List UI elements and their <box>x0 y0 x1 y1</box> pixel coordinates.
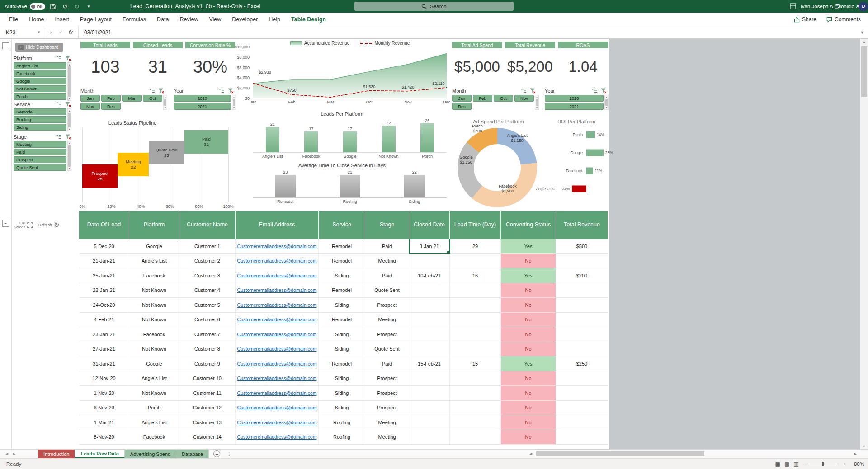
cell-total-revenue[interactable] <box>556 430 608 445</box>
zoom-slider-thumb[interactable] <box>822 462 824 466</box>
cell-total-revenue[interactable] <box>556 401 608 415</box>
ribbon-tab-developer[interactable]: Developer <box>226 13 263 26</box>
cell-date-of-lead[interactable]: 1-Mar-21 <box>79 415 129 430</box>
cell-total-revenue[interactable] <box>556 415 608 430</box>
cell-customer-name[interactable]: Customer 8 <box>179 342 236 356</box>
page-layout-view-icon[interactable]: ▤ <box>784 461 789 467</box>
full-screen-button[interactable]: Full Screen <box>14 221 33 229</box>
cell-email-address[interactable]: Customeremailaddress@domain.com <box>236 283 319 298</box>
cell-closed-date[interactable] <box>409 415 450 430</box>
cell-date-of-lead[interactable]: 31-Jan-21 <box>79 356 129 371</box>
cell-customer-name[interactable]: Customer 1 <box>179 239 236 253</box>
slicer-item-2020[interactable]: 2020 <box>174 95 231 102</box>
tab-scroll-left-icon[interactable]: ◀ <box>5 452 8 456</box>
cell-customer-name[interactable]: Customer 6 <box>179 313 236 327</box>
cell-total-revenue[interactable] <box>556 298 608 312</box>
cell-converting-status[interactable]: No <box>501 371 556 386</box>
cell-date-of-lead[interactable]: 24-Oct-20 <box>79 298 129 312</box>
page-break-view-icon[interactable]: ▥ <box>793 461 798 467</box>
cell-converting-status[interactable]: Yes <box>501 356 556 371</box>
cell-customer-name[interactable]: Customer 11 <box>179 386 236 400</box>
ribbon-tab-home[interactable]: Home <box>24 13 49 26</box>
clear-filter-icon[interactable] <box>600 88 607 94</box>
cell-platform[interactable]: Facebook <box>129 327 179 342</box>
clear-filter-icon[interactable] <box>64 55 71 61</box>
cell-platform[interactable]: Not Known <box>129 283 179 298</box>
cell-total-revenue[interactable] <box>556 327 608 342</box>
slicer-item-2021[interactable]: 2021 <box>174 103 231 110</box>
slicer-item-porch[interactable]: Porch <box>14 93 66 100</box>
cell-lead-time[interactable]: 15 <box>450 356 501 371</box>
column-header-closed-date[interactable]: Closed Date <box>409 211 450 239</box>
slicer-scrollbar[interactable]: ▲▼ <box>67 108 71 131</box>
ribbon-tab-insert[interactable]: Insert <box>50 13 75 26</box>
clear-filter-icon[interactable] <box>64 134 71 140</box>
cell-customer-name[interactable]: Customer 2 <box>179 254 236 268</box>
cell-lead-time[interactable]: 29 <box>450 239 501 253</box>
expand-formula-bar-icon[interactable]: ▼ <box>857 26 868 38</box>
cell-closed-date[interactable]: 3-Jan-21 <box>409 239 450 253</box>
cell-converting-status[interactable]: No <box>501 386 556 400</box>
cell-service[interactable]: Remodel <box>319 283 365 298</box>
slicer-item-jan[interactable]: Jan <box>80 95 100 102</box>
slicer-item-angie-s-list[interactable]: Angie's List <box>14 62 66 69</box>
multi-select-icon[interactable] <box>520 88 527 94</box>
cell-email-address[interactable]: Customeremailaddress@domain.com <box>236 430 319 445</box>
cell-customer-name[interactable]: Customer 5 <box>179 298 236 312</box>
tab-overflow-icon[interactable]: ⋮ <box>226 451 231 457</box>
slicer-item-paid[interactable]: Paid <box>14 149 66 155</box>
ribbon-tab-table-design[interactable]: Table Design <box>286 13 331 26</box>
cell-lead-time[interactable] <box>450 342 501 356</box>
ribbon-tab-help[interactable]: Help <box>263 13 286 26</box>
close-button[interactable]: × <box>847 0 868 13</box>
cell-date-of-lead[interactable]: 6-Nov-20 <box>79 401 129 415</box>
cell-converting-status[interactable]: Yes <box>501 239 556 253</box>
cell-date-of-lead[interactable]: 23-Jan-21 <box>79 327 129 342</box>
cell-email-address[interactable]: Customeremailaddress@domain.com <box>236 298 319 312</box>
cell-date-of-lead[interactable]: 22-Jan-21 <box>79 283 129 298</box>
cell-email-address[interactable]: Customeremailaddress@domain.com <box>236 342 319 356</box>
zoom-slider[interactable] <box>810 464 839 464</box>
cell-email-address[interactable]: Customeremailaddress@domain.com <box>236 268 319 283</box>
cell-closed-date[interactable] <box>409 327 450 342</box>
column-header-platform[interactable]: Platform <box>129 211 179 239</box>
cell-stage[interactable]: Prospect <box>365 327 409 342</box>
cell-closed-date[interactable] <box>409 298 450 312</box>
cell-stage[interactable]: Prospect <box>365 386 409 400</box>
cell-lead-time[interactable] <box>450 386 501 400</box>
cell-closed-date[interactable] <box>409 254 450 268</box>
share-button[interactable]: Share <box>794 16 816 23</box>
cell-converting-status[interactable]: No <box>501 283 556 298</box>
cell-converting-status[interactable]: No <box>501 415 556 430</box>
cell-stage[interactable]: Meeting <box>365 313 409 327</box>
cell-stage[interactable]: Meeting <box>365 430 409 445</box>
cell-date-of-lead[interactable]: 8-Nov-20 <box>79 430 129 445</box>
cell-lead-time[interactable] <box>450 401 501 415</box>
hide-dashboard-button[interactable]: ↓ Hide Dashboard <box>15 43 63 52</box>
slicer-item-nov[interactable]: Nov <box>80 103 100 110</box>
slicer-item-facebook[interactable]: Facebook <box>14 70 66 77</box>
cell-lead-time[interactable]: 16 <box>450 268 501 283</box>
cell-lead-time[interactable] <box>450 298 501 312</box>
zoom-out-icon[interactable]: − <box>803 461 806 467</box>
cell-lead-time[interactable] <box>450 283 501 298</box>
cell-total-revenue[interactable]: $200 <box>556 268 608 283</box>
customize-toolbar-icon[interactable]: ▼ <box>85 5 92 9</box>
restore-button[interactable] <box>826 0 847 13</box>
cell-stage[interactable]: Prospect <box>365 371 409 386</box>
comments-button[interactable]: Comments <box>826 16 861 23</box>
cell-email-address[interactable]: Customeremailaddress@domain.com <box>236 239 319 253</box>
slicer-item-feb[interactable]: Feb <box>101 95 121 102</box>
cell-lead-time[interactable] <box>450 415 501 430</box>
clear-filter-icon[interactable] <box>64 101 71 108</box>
cell-date-of-lead[interactable]: 1-Nov-20 <box>79 386 129 400</box>
insert-function-icon[interactable]: fx <box>69 29 73 36</box>
cell-service[interactable]: Remodel <box>319 254 365 268</box>
tab-scroll-right-icon[interactable]: ▶ <box>13 452 15 456</box>
cell-total-revenue[interactable] <box>556 386 608 400</box>
cell-customer-name[interactable]: Customer 3 <box>179 268 236 283</box>
name-box-dropdown-icon[interactable]: ▼ <box>37 30 41 34</box>
cell-service[interactable]: Siding <box>319 401 365 415</box>
minimize-button[interactable]: — <box>806 0 826 13</box>
column-header-lead-time-day[interactable]: Lead Time (Day) <box>450 211 501 239</box>
